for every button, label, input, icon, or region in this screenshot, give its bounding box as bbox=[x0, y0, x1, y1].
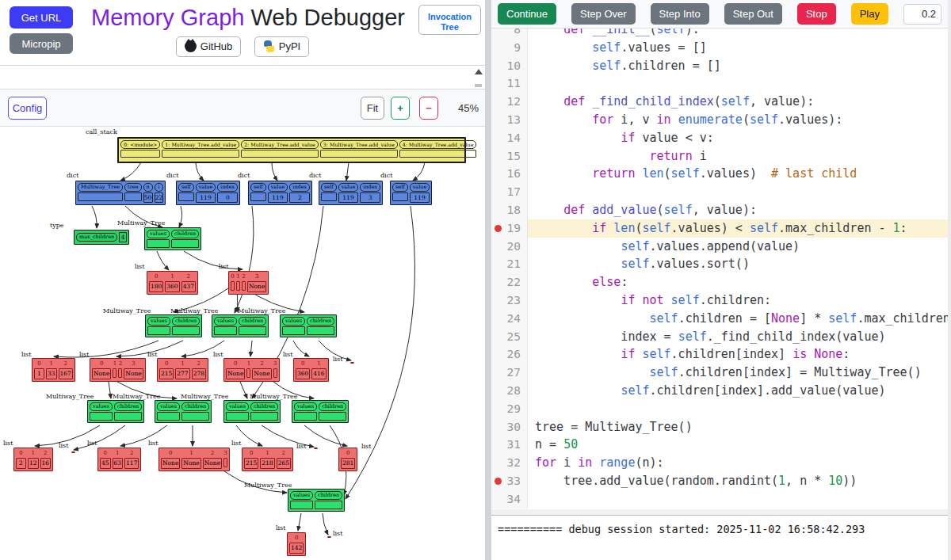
github-link[interactable]: GitHub bbox=[176, 36, 241, 57]
python-icon bbox=[263, 40, 275, 52]
field-i: i22 bbox=[155, 183, 164, 203]
line-number-21[interactable]: 21 bbox=[491, 255, 528, 273]
field-key: n bbox=[143, 183, 153, 192]
scrollbar-thumb[interactable] bbox=[475, 84, 482, 87]
field-key: children bbox=[114, 402, 142, 411]
zoom-in-button[interactable]: + bbox=[391, 97, 410, 120]
list-value: 180 bbox=[149, 281, 163, 292]
graph-node-d5: selfvalue119 bbox=[390, 181, 432, 205]
step-into-button[interactable]: Step Into bbox=[651, 3, 709, 25]
line-number-12[interactable]: 12 bbox=[491, 93, 528, 111]
graph-node-sl0 bbox=[350, 362, 354, 364]
field-value bbox=[282, 326, 305, 335]
list-value: 281 bbox=[341, 458, 355, 469]
line-number-27[interactable]: 27 bbox=[491, 364, 528, 382]
code-line-33: 33 tree.add_value(random.randint(1, n * … bbox=[491, 472, 951, 490]
graph-node-label: call_stack bbox=[86, 128, 117, 135]
source-editor-strip[interactable] bbox=[0, 65, 485, 90]
code-editor[interactable]: 8 def __init__(self):9 self.values = []1… bbox=[491, 29, 951, 515]
stop-button[interactable]: Stop bbox=[797, 3, 836, 25]
code-text: def __init__(self): bbox=[528, 29, 951, 39]
stack-frame-slot bbox=[320, 150, 398, 158]
code-text bbox=[528, 183, 951, 201]
invocation-tree-label2: Tree bbox=[441, 22, 459, 32]
code-text: self.values.append(value) bbox=[528, 238, 951, 256]
line-number-14[interactable]: 14 bbox=[491, 129, 528, 147]
breakpoint-dot[interactable] bbox=[495, 225, 502, 232]
scroll-up-icon[interactable] bbox=[475, 69, 483, 74]
right-vertical-scrollbar[interactable] bbox=[948, 0, 951, 560]
line-number-11[interactable]: 11 bbox=[491, 74, 528, 93]
field-children: children bbox=[307, 317, 334, 335]
line-number-8[interactable]: 8 bbox=[491, 29, 528, 39]
editor-scrollbar[interactable] bbox=[473, 67, 483, 89]
step-over-button[interactable]: Step Over bbox=[571, 3, 636, 25]
graph-node-label: list bbox=[213, 351, 223, 358]
line-number-22[interactable]: 22 bbox=[491, 273, 528, 291]
config-button[interactable]: Config bbox=[8, 97, 47, 120]
list-index: 1 bbox=[46, 360, 57, 368]
panel-divider[interactable] bbox=[485, 0, 491, 560]
graph-node-g1: valueschildren bbox=[145, 314, 202, 337]
line-number-18[interactable]: 18 bbox=[491, 201, 528, 219]
line-number-17[interactable]: 17 bbox=[491, 183, 528, 201]
code-line-34: 34 bbox=[491, 490, 951, 509]
line-number-9[interactable]: 9 bbox=[491, 39, 528, 57]
list-item: 133 bbox=[46, 360, 57, 379]
play-button[interactable]: Play bbox=[851, 3, 888, 25]
github-label: GitHub bbox=[201, 40, 232, 52]
pypi-link[interactable]: PyPI bbox=[254, 36, 309, 57]
code-line-25: 25 index = self._find_child_index(value) bbox=[491, 328, 951, 346]
line-number-28[interactable]: 28 bbox=[491, 382, 528, 400]
line-number-31[interactable]: 31 bbox=[491, 436, 528, 454]
line-number-20[interactable]: 20 bbox=[491, 238, 528, 256]
step-out-button[interactable]: Step Out bbox=[724, 3, 782, 25]
graph-node-label: dict bbox=[309, 172, 321, 179]
list-item: 1360 bbox=[165, 273, 179, 292]
fit-button[interactable]: Fit bbox=[361, 97, 384, 120]
code-line-28: 28 self.children[index].add_value(value) bbox=[491, 382, 951, 400]
github-icon bbox=[185, 40, 197, 52]
stack-frame-slot bbox=[162, 150, 239, 158]
line-number-15[interactable]: 15 bbox=[491, 147, 528, 166]
list-index: 3 bbox=[124, 360, 143, 368]
header: Get URL Micropip Memory Graph Web Debugg… bbox=[0, 0, 485, 65]
graph-node-r4: 021512772278 bbox=[157, 358, 208, 382]
line-number-29[interactable]: 29 bbox=[491, 400, 528, 418]
breakpoint-dot[interactable] bbox=[495, 478, 502, 485]
line-number-26[interactable]: 26 bbox=[491, 345, 528, 364]
graph-node-label: list bbox=[333, 530, 342, 537]
graph-node-g4: valueschildren bbox=[87, 400, 144, 423]
list-item: 2 bbox=[118, 360, 122, 379]
line-number-25[interactable]: 25 bbox=[491, 328, 528, 346]
field-children: children bbox=[239, 317, 266, 335]
line-number-13[interactable]: 13 bbox=[491, 111, 528, 129]
invocation-tree-button[interactable]: InvocationTree bbox=[418, 5, 481, 35]
graph-node-r6: 03601416 bbox=[293, 358, 329, 382]
code-horizontal-scrollbar[interactable] bbox=[491, 509, 951, 515]
line-number-32[interactable]: 32 bbox=[491, 454, 528, 472]
zoom-out-button[interactable]: − bbox=[419, 97, 438, 120]
play-speed-input[interactable] bbox=[903, 4, 941, 25]
field-children: children bbox=[172, 317, 200, 335]
line-number-34[interactable]: 34 bbox=[491, 490, 528, 509]
graph-node-r12: 0142 bbox=[287, 532, 306, 556]
list-item: 0281 bbox=[341, 450, 355, 469]
continue-button[interactable]: Continue bbox=[498, 3, 556, 25]
line-number-23[interactable]: 23 bbox=[491, 291, 528, 310]
line-number-16[interactable]: 16 bbox=[491, 165, 528, 183]
code-text: index = self._find_child_index(value) bbox=[528, 328, 951, 346]
line-number-30[interactable]: 30 bbox=[491, 418, 528, 436]
graph-node-label: dict bbox=[67, 172, 78, 179]
line-number-33[interactable]: 33 bbox=[491, 472, 528, 490]
line-number-19[interactable]: 19 bbox=[491, 219, 528, 238]
list-value: 218 bbox=[260, 458, 274, 469]
field-value bbox=[250, 412, 278, 421]
line-number-10[interactable]: 10 bbox=[491, 57, 528, 75]
line-number-24[interactable]: 24 bbox=[491, 310, 528, 328]
memory-graph-canvas[interactable]: call_stack0: <module>1: Multiway_Tree.ad… bbox=[0, 127, 485, 560]
graph-node-label: list bbox=[296, 443, 306, 450]
code-line-24: 24 self.children = [None] * self.max_chi… bbox=[491, 310, 951, 328]
field-self: self bbox=[178, 183, 194, 203]
get-url-button[interactable]: Get URL bbox=[10, 6, 73, 29]
